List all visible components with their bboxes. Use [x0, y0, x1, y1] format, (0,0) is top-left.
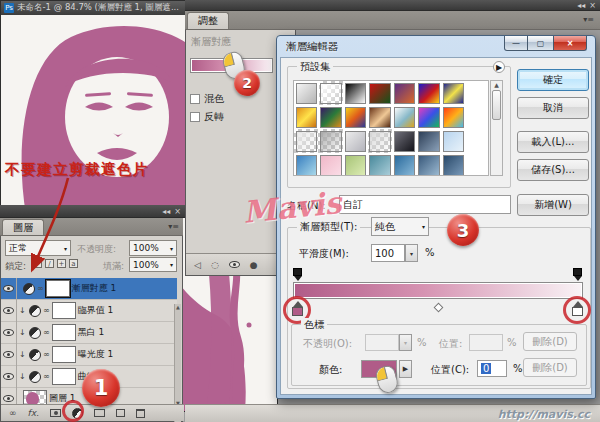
close-button[interactable]: ×: [553, 36, 587, 51]
adjustment-layer-icon[interactable]: [29, 327, 41, 339]
layer-row-black-white[interactable]: ↓ ∞ 黑白 1: [1, 322, 177, 344]
gradient-preset[interactable]: [319, 81, 344, 105]
visibility-toggle[interactable]: [1, 366, 17, 388]
gradient-preset[interactable]: [343, 129, 368, 153]
gradient-preset[interactable]: [392, 81, 417, 105]
gradient-preset[interactable]: [417, 81, 442, 105]
gradient-preset[interactable]: [441, 81, 466, 105]
percent-sign: %: [513, 363, 523, 374]
gradient-preset[interactable]: [368, 105, 393, 129]
eye-icon: [3, 307, 14, 314]
eye-icon: [3, 373, 14, 380]
opacity-value-field[interactable]: 100%▾: [129, 240, 177, 256]
gradient-preset[interactable]: [392, 105, 417, 129]
visibility-toggle[interactable]: [1, 344, 17, 366]
gradient-preset[interactable]: [294, 129, 319, 153]
gradient-preset[interactable]: [294, 105, 319, 129]
return-icon[interactable]: ◁: [194, 260, 201, 270]
gradient-preset[interactable]: [441, 129, 466, 153]
panel-group-header[interactable]: ◂◂ ×: [185, 0, 600, 11]
watermark-url: http://mavis.cc: [498, 408, 590, 421]
gradient-preset[interactable]: [319, 153, 344, 176]
gradient-preset[interactable]: [392, 129, 417, 153]
gradient-preset[interactable]: [392, 153, 417, 176]
adjustment-layer-icon[interactable]: [29, 371, 41, 383]
new-layer-icon[interactable]: [116, 409, 125, 417]
save-button[interactable]: 儲存(S)...: [517, 159, 589, 181]
name-input[interactable]: 自訂: [339, 195, 511, 214]
layer-mask-thumbnail[interactable]: [52, 324, 76, 341]
gradient-preset[interactable]: [343, 81, 368, 105]
maximize-button[interactable]: ▢: [528, 36, 553, 51]
adjustment-layer-icon[interactable]: [29, 305, 41, 317]
gradient-preset[interactable]: [319, 129, 344, 153]
gradient-preset[interactable]: [343, 153, 368, 176]
delete-layer-icon[interactable]: [136, 409, 145, 418]
layers-footer-toolbar: ∞ fx.: [1, 404, 184, 421]
gradient-preset[interactable]: [368, 153, 393, 176]
dither-checkbox[interactable]: 混色: [190, 92, 224, 106]
gradient-preset[interactable]: [441, 105, 466, 129]
visibility-toggle[interactable]: [1, 300, 17, 322]
presets-menu-icon[interactable]: ▶: [493, 61, 505, 73]
mask-link-icon: ∞: [43, 350, 50, 359]
visibility-icon[interactable]: [229, 261, 240, 268]
close-icon[interactable]: ×: [174, 207, 181, 216]
gradient-preset[interactable]: [368, 129, 393, 153]
gradient-preset[interactable]: [417, 129, 442, 153]
layer-name[interactable]: 黑白 1: [78, 326, 105, 339]
gradient-preset[interactable]: [441, 153, 466, 176]
eye-icon: [3, 395, 14, 402]
reset-icon[interactable]: ●: [250, 260, 258, 270]
collapse-icon[interactable]: ◂◂: [162, 207, 170, 216]
layer-name[interactable]: 曝光度 1: [78, 348, 114, 361]
gradient-preset[interactable]: [417, 105, 442, 129]
layer-mask-thumbnail[interactable]: [52, 368, 76, 385]
tab-adjustments[interactable]: 調整: [187, 12, 229, 29]
checkbox-icon: [190, 112, 200, 122]
cancel-button[interactable]: 取消: [517, 97, 589, 119]
smoothness-dropdown-icon[interactable]: ▾: [405, 244, 418, 262]
fill-label: 填滿:: [103, 260, 124, 273]
new-group-icon[interactable]: [94, 409, 105, 417]
opacity-stop-right[interactable]: [573, 268, 582, 281]
opacity-stop-label: 不透明(O):: [303, 337, 352, 351]
load-button[interactable]: 載入(L)...: [517, 131, 589, 153]
layer-row-exposure[interactable]: ↓ ∞ 曝光度 1: [1, 344, 177, 366]
visibility-toggle[interactable]: [1, 322, 17, 344]
layer-name[interactable]: 臨界值 1: [78, 304, 114, 317]
fill-value-field[interactable]: 100%▾: [129, 257, 177, 272]
reverse-checkbox[interactable]: 反轉: [190, 110, 224, 124]
position-c-input[interactable]: 0: [477, 360, 507, 377]
minimize-button[interactable]: —: [504, 36, 528, 51]
close-icon[interactable]: ×: [589, 1, 596, 10]
gradient-bar[interactable]: [293, 282, 583, 299]
add-mask-icon[interactable]: [50, 409, 61, 417]
gradient-preset[interactable]: [294, 153, 319, 176]
new-button[interactable]: 新增(W): [517, 194, 589, 216]
gradient-type-select[interactable]: 純色▾: [371, 217, 429, 236]
scroll-up-icon[interactable]: ▲: [494, 81, 499, 88]
adjustment-layer-icon[interactable]: [29, 349, 41, 361]
color-menu-icon[interactable]: ▶: [399, 360, 412, 378]
gradient-preset[interactable]: [368, 81, 393, 105]
layer-row-threshold[interactable]: ↓ ∞ 臨界值 1: [1, 300, 177, 322]
layer-style-icon[interactable]: fx.: [28, 408, 39, 418]
gradient-preset[interactable]: [343, 105, 368, 129]
presets-scrollbar[interactable]: ▲: [490, 80, 503, 176]
smoothness-input[interactable]: 100: [371, 244, 405, 262]
panel-menu-icon[interactable]: ▾≡: [168, 222, 179, 231]
link-layers-icon[interactable]: ∞: [9, 408, 17, 418]
ok-button[interactable]: 確定: [517, 69, 589, 91]
clip-to-layer-icon[interactable]: ◌: [211, 260, 219, 270]
opacity-stop-left[interactable]: [293, 268, 302, 281]
layer-mask-thumbnail[interactable]: [52, 302, 76, 319]
scrollbar-thumb[interactable]: [492, 90, 501, 120]
gradient-preset[interactable]: [417, 153, 442, 176]
gradient-preset[interactable]: [294, 81, 319, 105]
collapse-icon[interactable]: ◂◂: [577, 1, 585, 10]
layer-mask-thumbnail[interactable]: [52, 346, 76, 363]
panel-menu-icon[interactable]: ▾≡: [583, 15, 594, 24]
gradient-preset[interactable]: [319, 105, 344, 129]
step-3-badge: 3: [447, 214, 479, 246]
